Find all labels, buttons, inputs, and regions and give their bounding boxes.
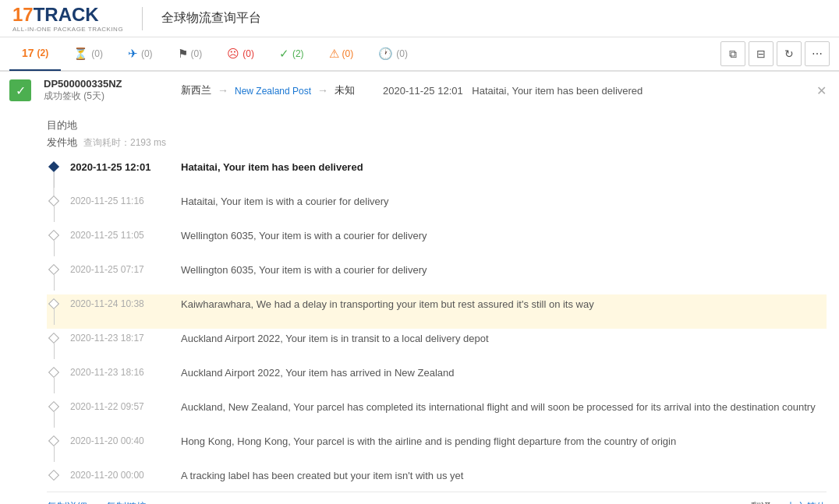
tl-date-4: 2020-11-24 10:38 [70,298,172,309]
list-action-button[interactable]: ⊟ [749,41,774,66]
timeline-1: 2020-11-25 12:01 Hataitai, Your item has… [47,151,827,485]
tl-diamond-3 [48,264,59,275]
package-to-country-1: 未知 [335,83,355,97]
tab-undelivered[interactable]: ☹ (0) [214,37,267,71]
tab-expired-count: (0) [396,48,408,59]
refresh-action-button[interactable]: ↻ [777,41,802,66]
package-info-1: DP500000335NZ 成功签收 (5天) [44,78,168,103]
package-timestamp-1: 2020-11-25 12:01 [383,85,463,97]
logo-box: 17 TRACK ALL-IN-ONE PACKAGE TRACKING [12,4,123,33]
tab-alert-icon: ⚠ [329,47,339,61]
tab-actions: ⧉ ⊟ ↻ ⋯ [720,41,830,66]
detail-dest-label-1: 目的地 [47,115,827,134]
translate-lang-button-1[interactable]: 中文简体 [786,500,827,504]
tl-date-6: 2020-11-23 18:16 [70,367,172,378]
copy-link-button-1[interactable]: 复制链接 [106,500,147,504]
tl-diamond-1 [48,196,59,206]
tl-desc-9: A tracking label has been created but yo… [181,470,827,481]
translate-label-1: 翻译： [751,500,781,504]
tl-date-2: 2020-11-25 11:05 [70,230,172,241]
logo-track: TRACK [34,4,99,26]
package-header-1[interactable]: ✓ DP500000335NZ 成功签收 (5天) 新西兰 → New Zeal… [0,72,839,109]
tab-alert[interactable]: ⚠ (0) [317,37,366,71]
detail-origin-label-1: 发件地 [47,134,77,151]
arrow-icon-1b: → [317,84,328,97]
package-from-country-1: 新西兰 [181,83,211,97]
tab-undelivered-count: (0) [242,48,254,59]
tab-transit-icon: ✈ [128,47,138,61]
copy-action-button[interactable]: ⧉ [720,41,745,66]
tab-pending-icon: ⏳ [73,47,88,61]
tl-diamond-0 [48,161,59,172]
tab-pickup-count: (0) [191,48,203,59]
package-close-button-1[interactable]: ✕ [813,80,830,101]
tl-icon-0 [47,163,61,188]
tl-date-9: 2020-11-20 00:00 [70,470,172,481]
tab-delivered[interactable]: ✓ (2) [267,37,317,71]
tl-desc-3: Wellington 6035, Your item is with a cou… [181,264,827,276]
tab-bar: 17 (2) ⏳ (0) ✈ (0) ⚑ (0) ☹ (0) ✓ (2) ⚠ (… [0,37,839,72]
tl-desc-7: Auckland, New Zealand, Your parcel has c… [181,401,827,413]
tab-delivered-icon: ✓ [279,47,289,61]
package-status-1: 成功签收 (5天) [44,90,168,103]
timeline-item-0: 2020-11-25 12:01 Hataitai, Your item has… [47,157,827,192]
tab-delivered-count: (2) [292,48,304,59]
tl-icon-8 [47,437,61,462]
tl-date-5: 2020-11-23 18:17 [70,333,172,344]
tab-transit-count: (0) [141,48,153,59]
tl-icon-5 [47,334,61,359]
tl-desc-0: Hataitai, Your item has been delivered [181,161,827,173]
tl-date-3: 2020-11-25 07:17 [70,264,172,275]
tab-expired[interactable]: 🕐 (0) [366,37,420,71]
tl-icon-3 [47,266,61,291]
package-row-1: ✓ DP500000335NZ 成功签收 (5天) 新西兰 → New Zeal… [0,72,839,504]
tab-undelivered-icon: ☹ [227,47,239,61]
tab-transit[interactable]: ✈ (0) [115,37,165,71]
logo-sub: ALL-IN-ONE PACKAGE TRACKING [12,26,123,33]
tl-icon-2 [47,231,61,256]
arrow-icon-1: → [218,84,228,97]
package-latest-event-1: 2020-11-25 12:01 Hataitai, Your item has… [367,85,801,97]
package-detail-1: 目的地 发件地 查询耗时：2193 ms 2020-11-25 12:01 Ha… [0,109,839,504]
tab-alert-count: (0) [342,48,354,59]
tl-desc-6: Auckland Airport 2022, Your item has arr… [181,367,827,379]
more-action-button[interactable]: ⋯ [805,41,830,66]
tl-icon-7 [47,403,61,428]
tl-icon-6 [47,368,61,393]
tl-date-7: 2020-11-22 09:57 [70,401,172,412]
timeline-item-2: 2020-11-25 11:05 Wellington 6035, Your i… [47,226,827,260]
tl-desc-2: Wellington 6035, Your item is with a cou… [181,230,827,241]
copy-detail-button-1[interactable]: 复制详细 [47,500,87,504]
timeline-item-6: 2020-11-23 18:16 Auckland Airport 2022, … [47,363,827,397]
package-id-1: DP500000335NZ [44,78,168,90]
logo-17: 17 [12,4,34,26]
detail-origin-row-1: 发件地 查询耗时：2193 ms [47,134,827,151]
package-delivered-icon-1: ✓ [9,79,31,101]
tab-pickup[interactable]: ⚑ (0) [165,37,215,71]
tab-all[interactable]: 17 (2) [9,37,61,71]
timeline-item-8: 2020-11-20 00:40 Hong Kong, Hong Kong, Y… [47,432,827,466]
tl-diamond-6 [48,367,59,378]
tl-icon-4 [47,300,61,325]
tl-icon-1 [47,197,61,222]
timeline-item-7: 2020-11-22 09:57 Auckland, New Zealand, … [47,397,827,432]
detail-footer-1: 复制详细 复制链接 翻译： 中文简体 [47,492,827,504]
detail-query-time-1: 查询耗时：2193 ms [83,136,166,150]
carrier-info-1: New Zealand Post [235,85,311,97]
tl-diamond-9 [48,470,59,481]
tab-all-count: (2) [37,48,49,58]
logo-area: 17 TRACK ALL-IN-ONE PACKAGE TRACKING 全球物… [12,4,261,33]
tl-date-8: 2020-11-20 00:40 [70,435,172,446]
tab-pending[interactable]: ⏳ (0) [61,37,115,71]
tl-desc-8: Hong Kong, Hong Kong, Your parcel is wit… [181,435,827,447]
tab-all-icon: 17 [22,47,34,59]
tab-pickup-icon: ⚑ [178,47,188,61]
carrier-link-1[interactable]: New Zealand Post [235,86,311,97]
tl-date-0: 2020-11-25 12:01 [70,161,172,173]
timeline-item-9: 2020-11-20 00:00 A tracking label has be… [47,466,827,485]
logo-divider [142,7,143,30]
timeline-item-4: 2020-11-24 10:38 Kaiwharawhara, We had a… [47,294,827,329]
tl-desc-4: Kaiwharawhara, We had a delay in transpo… [181,298,827,310]
timeline-item-3: 2020-11-25 07:17 Wellington 6035, Your i… [47,260,827,294]
tl-desc-1: Hataitai, Your item is with a courier fo… [181,196,827,207]
